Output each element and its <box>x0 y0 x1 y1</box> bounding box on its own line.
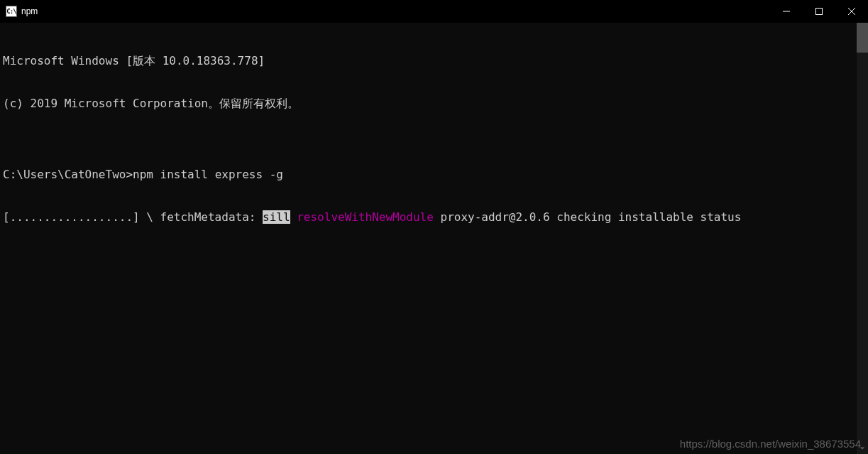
progress-pre: [..................] \ fetchMetadata: <box>3 210 263 224</box>
window-icon: C:\ <box>6 6 17 17</box>
progress-sill: sill <box>263 210 290 224</box>
terminal-output: Microsoft Windows [版本 10.0.18363.778] (c… <box>0 23 868 253</box>
terminal-line: (c) 2019 Microsoft Corporation。保留所有权利。 <box>3 97 868 111</box>
scrollbar-thumb[interactable] <box>857 23 868 53</box>
terminal-line: Microsoft Windows [版本 10.0.18363.778] <box>3 54 868 68</box>
close-icon <box>848 8 855 15</box>
terminal-progress-line: [..................] \ fetchMetadata: si… <box>3 210 868 225</box>
watermark-text: https://blog.csdn.net/weixin_38673554 <box>680 438 861 450</box>
vertical-scrollbar[interactable] <box>857 23 868 454</box>
command-text: npm install express -g <box>133 168 283 181</box>
terminal-prompt-line: C:\Users\CatOneTwo>npm install express -… <box>3 168 868 182</box>
progress-module: resolveWithNewModule <box>297 210 434 224</box>
minimize-button[interactable] <box>770 0 803 23</box>
prompt: C:\Users\CatOneTwo> <box>3 168 133 181</box>
svg-rect-0 <box>816 9 823 15</box>
terminal-area[interactable]: Microsoft Windows [版本 10.0.18363.778] (c… <box>0 23 868 454</box>
progress-rest: proxy-addr@2.0.6 checking installable st… <box>434 210 741 224</box>
close-button[interactable] <box>835 0 868 23</box>
minimize-icon <box>783 8 790 15</box>
maximize-button[interactable] <box>803 0 835 23</box>
window-icon-text: C:\ <box>6 8 16 15</box>
maximize-icon <box>815 8 823 15</box>
window-title: npm <box>21 6 38 16</box>
window-titlebar: C:\ npm <box>0 0 868 23</box>
